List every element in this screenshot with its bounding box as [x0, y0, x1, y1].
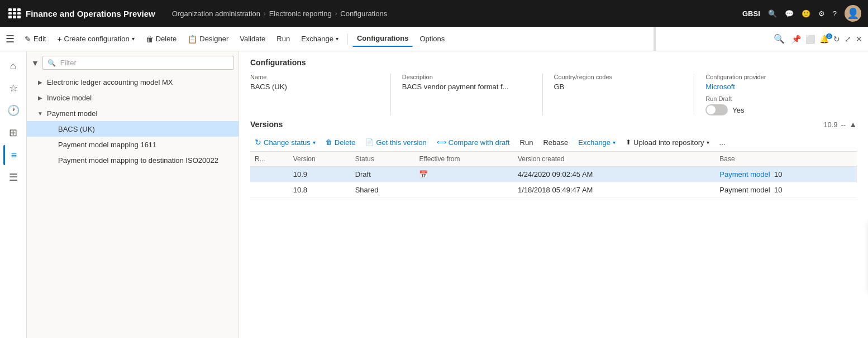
- edit-button[interactable]: ✎ Edit: [20, 31, 50, 47]
- cmd-separator: [347, 33, 348, 45]
- filter-input[interactable]: 🔍 Filter: [42, 56, 234, 70]
- avatar[interactable]: 👤: [845, 5, 861, 22]
- toggle-row: Yes: [705, 104, 834, 115]
- versions-header: Versions 10.9 -- ▲: [250, 120, 857, 129]
- config-fields: Name BACS (UK) Description BACS vendor p…: [250, 74, 857, 115]
- help-icon[interactable]: ?: [833, 9, 837, 18]
- provider-value[interactable]: Microsoft: [705, 83, 834, 91]
- tree-item-elam[interactable]: ▶ Electronic ledger accounting model MX: [27, 74, 239, 90]
- filter-icon[interactable]: ▼: [31, 59, 39, 67]
- pin-icon[interactable]: 📌: [791, 35, 801, 44]
- config-field-country: Country/region codes GB: [554, 74, 695, 115]
- run-draft-label: Run Draft: [705, 95, 834, 102]
- sidebar-list-icon[interactable]: ≡: [3, 145, 23, 165]
- more-button[interactable]: ...: [715, 136, 730, 149]
- tree-item-payment[interactable]: ▼ Payment model: [27, 105, 239, 121]
- run-draft-toggle[interactable]: [705, 104, 728, 115]
- cell-version-1: 10.9: [289, 167, 351, 182]
- trash-icon: 🗑: [146, 35, 154, 44]
- change-status-icon: ↻: [255, 138, 261, 147]
- tree-item-invoice[interactable]: ▶ Invoice model: [27, 90, 239, 105]
- rebase-button[interactable]: Rebase: [538, 136, 573, 149]
- designer-button[interactable]: 📋 Designer: [183, 31, 233, 47]
- expander-payment: ▼: [36, 109, 45, 118]
- cell-created-1: 4/24/2020 09:02:45 AM: [513, 167, 680, 182]
- create-config-button[interactable]: + Create configuration ▾: [53, 31, 139, 47]
- notification-icon[interactable]: 🔔0: [819, 35, 829, 44]
- settings-icon[interactable]: ⚙: [818, 9, 825, 18]
- sidebar-menu2-icon[interactable]: ☰: [3, 167, 23, 187]
- chat-icon[interactable]: 💬: [785, 9, 794, 18]
- cell-5-1: [680, 167, 698, 182]
- validate-button[interactable]: Validate: [235, 31, 270, 46]
- get-version-button[interactable]: 📄 Get this version: [361, 136, 431, 149]
- cell-base-1: Payment model 10: [715, 167, 857, 182]
- cmd-search-icon[interactable]: 🔍: [774, 34, 785, 44]
- expander-pmm1611: [47, 140, 56, 149]
- version-nav-sep: --: [841, 120, 846, 129]
- filter-search-icon: 🔍: [47, 59, 56, 67]
- versions-run-button[interactable]: Run: [516, 136, 538, 149]
- tree-item-pmm1611[interactable]: Payment model mapping 1611: [27, 137, 239, 152]
- config-section-title: Configurations: [250, 58, 857, 67]
- tree-item-label-elam: Electronic ledger accounting model MX: [47, 78, 173, 86]
- breadcrumb-item-2[interactable]: Electronic reporting: [269, 9, 332, 18]
- upload-repository-button[interactable]: ⬆ Upload into repository ▾: [621, 136, 713, 149]
- search-icon[interactable]: 🔍: [768, 9, 777, 18]
- change-status-dropdown: ▾: [313, 139, 316, 146]
- tree-panel: ▼ 🔍 Filter ▶ Electronic ledger accountin…: [27, 51, 239, 338]
- cell-r-1: [250, 167, 289, 182]
- sidebar-home-icon[interactable]: ⌂: [3, 56, 23, 76]
- table-row[interactable]: 10.8 Shared 1/18/2018 05:49:47 AM Paymen…: [250, 182, 857, 198]
- versions-nav: 10.9 -- ▲: [823, 120, 857, 129]
- main-layout: ⌂ ☆ 🕐 ⊞ ≡ ☰ ▼ 🔍 Filter ▶ Electronic ledg…: [0, 51, 868, 338]
- tree-item-label-pmmiso: Payment model mapping to destination ISO…: [58, 156, 218, 165]
- tree-item-bacs[interactable]: BACS (UK): [27, 121, 239, 137]
- expand-icon[interactable]: ⤢: [845, 35, 851, 44]
- configurations-tab-button[interactable]: Configurations: [352, 31, 413, 47]
- expander-pmmiso: [47, 156, 56, 165]
- dropdown-arrow-exchange: ▾: [336, 36, 338, 42]
- close-icon[interactable]: ✕: [856, 35, 862, 44]
- exchange-button[interactable]: Exchange ▾: [297, 31, 343, 46]
- tree-item-pmmiso[interactable]: Payment model mapping to destination ISO…: [27, 152, 239, 168]
- filter-placeholder: Filter: [60, 59, 77, 67]
- cell-status-2: Shared: [351, 182, 415, 198]
- sidebar-clock-icon[interactable]: 🕐: [3, 100, 23, 120]
- run-button[interactable]: Run: [272, 31, 294, 46]
- smiley-icon[interactable]: 🙂: [802, 9, 810, 18]
- provider-label: Configuration provider: [705, 74, 834, 80]
- breadcrumb-sep-2: ›: [335, 10, 337, 17]
- breadcrumb-item-1[interactable]: Organization administration: [172, 9, 260, 18]
- col-header-effective: Effective from: [414, 152, 513, 167]
- versions-exchange-button[interactable]: Exchange ▾: [574, 136, 620, 149]
- compare-draft-button[interactable]: ⟺ Compare with draft: [432, 136, 514, 149]
- base-text-2: Payment model: [719, 186, 770, 194]
- cell-base-2: Payment model 10: [715, 182, 857, 198]
- app-grid-icon[interactable]: [7, 7, 20, 20]
- breadcrumb-item-3[interactable]: Configurations: [340, 9, 387, 18]
- name-value: BACS (UK): [250, 83, 379, 91]
- config-header: Configurations Name BACS (UK) Descriptio…: [239, 51, 868, 120]
- version-nav-up[interactable]: ▲: [849, 120, 857, 129]
- sidebar-star-icon[interactable]: ☆: [3, 78, 23, 98]
- expander-bacs: [47, 124, 56, 133]
- cell-r-2: [250, 182, 289, 198]
- options-button[interactable]: Options: [415, 31, 449, 46]
- base-link-1[interactable]: Payment model: [719, 170, 770, 178]
- versions-delete-button[interactable]: 🗑 Delete: [321, 136, 360, 149]
- sidebar-toggle-icon[interactable]: ⬜: [805, 35, 815, 44]
- delete-button[interactable]: 🗑 Delete: [141, 31, 182, 47]
- sidebar-grid-icon[interactable]: ⊞: [3, 123, 23, 143]
- cell-effective-2: [414, 182, 513, 198]
- dropdown-arrow-create: ▾: [132, 36, 135, 42]
- cell-effective-1: 📅: [414, 167, 513, 182]
- change-status-button[interactable]: ↻ Change status ▾: [250, 136, 320, 149]
- refresh-icon[interactable]: ↻: [833, 35, 840, 44]
- base-num-2: 10: [774, 186, 782, 194]
- cell-6-2: [698, 182, 716, 198]
- table-row[interactable]: 10.9 Draft 📅 4/24/2020 09:02:45 AM Payme…: [250, 167, 857, 182]
- breadcrumb: Organization administration › Electronic…: [172, 9, 387, 18]
- country-value: GB: [554, 83, 683, 91]
- hamburger-icon[interactable]: ☰: [6, 33, 15, 45]
